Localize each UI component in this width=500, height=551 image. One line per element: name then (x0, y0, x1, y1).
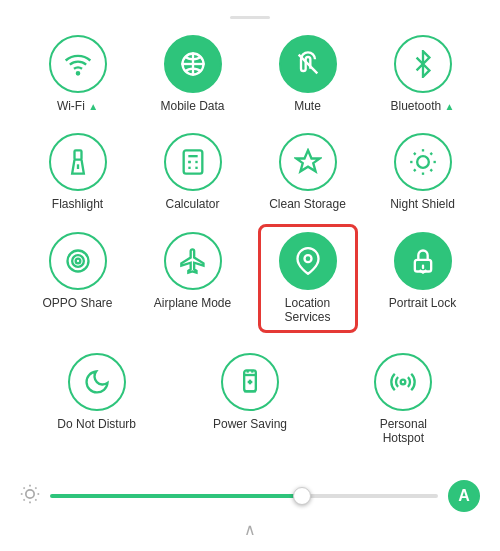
tile-airplane-mode[interactable]: Airplane Mode (143, 224, 243, 333)
quick-settings-panel: Wi-Fi ▲ Mobile Data (0, 0, 500, 470)
tiles-row-3: OPPO Share Airplane Mode Location Servic… (20, 224, 480, 333)
svg-line-17 (430, 170, 432, 172)
night-shield-label: Night Shield (390, 197, 455, 211)
flashlight-icon (64, 148, 92, 176)
svg-line-16 (413, 153, 415, 155)
chevron-row[interactable]: ∧ (20, 520, 480, 539)
tile-bluetooth[interactable]: Bluetooth ▲ (373, 27, 473, 121)
brightness-row[interactable]: A (20, 480, 480, 512)
tile-night-shield[interactable]: Night Shield (373, 125, 473, 219)
top-divider (230, 16, 270, 19)
avatar[interactable]: A (448, 480, 480, 512)
tile-do-not-disturb[interactable]: Do Not Disturb (47, 345, 147, 454)
wifi-arrow: ▲ (88, 101, 98, 112)
svg-point-0 (76, 72, 78, 74)
chevron-up-icon[interactable]: ∧ (244, 520, 256, 539)
tiles-row-4: Do Not Disturb Power Saving (20, 345, 480, 454)
wifi-label: Wi-Fi ▲ (57, 99, 98, 113)
location-services-label: Location Services (265, 296, 351, 325)
svg-line-41 (35, 487, 36, 488)
airplane-mode-icon-circle (164, 232, 222, 290)
svg-point-13 (417, 157, 429, 169)
tile-clean-storage[interactable]: Clean Storage (258, 125, 358, 219)
mobile-data-icon-circle (164, 35, 222, 93)
svg-line-37 (35, 499, 36, 500)
brightness-slider[interactable] (50, 494, 438, 498)
portrait-lock-icon (409, 247, 437, 275)
power-saving-icon-circle (221, 353, 279, 411)
brightness-icon (20, 484, 40, 509)
svg-rect-6 (183, 151, 202, 174)
avatar-letter: A (458, 487, 470, 505)
location-services-icon (294, 247, 322, 275)
oppo-share-icon-circle (49, 232, 107, 290)
tile-mute[interactable]: Mute (258, 27, 358, 121)
svg-point-25 (304, 255, 311, 262)
personal-hotspot-icon (389, 368, 417, 396)
svg-rect-4 (74, 151, 81, 160)
svg-line-20 (413, 170, 415, 172)
airplane-mode-label: Airplane Mode (154, 296, 231, 310)
tiles-row-1: Wi-Fi ▲ Mobile Data (20, 27, 480, 121)
svg-point-32 (401, 379, 406, 384)
do-not-disturb-icon (83, 368, 111, 396)
airplane-mode-icon (179, 247, 207, 275)
personal-hotspot-icon-circle (374, 353, 432, 411)
bluetooth-icon (409, 50, 437, 78)
flashlight-label: Flashlight (52, 197, 103, 211)
tile-wifi[interactable]: Wi-Fi ▲ (28, 27, 128, 121)
do-not-disturb-icon-circle (68, 353, 126, 411)
clean-storage-icon (294, 148, 322, 176)
svg-point-33 (26, 489, 34, 497)
tile-calculator[interactable]: Calculator (143, 125, 243, 219)
personal-hotspot-label: Personal Hotspot (357, 417, 449, 446)
mute-icon-circle (279, 35, 337, 93)
svg-point-22 (67, 250, 88, 271)
clean-storage-icon-circle (279, 133, 337, 191)
calculator-icon-circle (164, 133, 222, 191)
tile-flashlight[interactable]: Flashlight (28, 125, 128, 219)
bluetooth-arrow: ▲ (445, 101, 455, 112)
calculator-icon (179, 148, 207, 176)
mobile-data-label: Mobile Data (160, 99, 224, 113)
portrait-lock-icon-circle (394, 232, 452, 290)
brightness-thumb[interactable] (293, 487, 311, 505)
oppo-share-icon (64, 247, 92, 275)
clean-storage-label: Clean Storage (269, 197, 346, 211)
flashlight-icon-circle (49, 133, 107, 191)
svg-line-36 (24, 487, 25, 488)
tile-portrait-lock[interactable]: Portrait Lock (373, 224, 473, 333)
power-saving-icon (236, 368, 264, 396)
wifi-icon-circle (49, 35, 107, 93)
tile-power-saving[interactable]: Power Saving (200, 345, 300, 454)
tile-oppo-share[interactable]: OPPO Share (28, 224, 128, 333)
power-saving-label: Power Saving (213, 417, 287, 431)
tile-personal-hotspot[interactable]: Personal Hotspot (353, 345, 453, 454)
location-services-icon-circle (279, 232, 337, 290)
svg-point-23 (72, 255, 84, 267)
svg-line-21 (430, 153, 432, 155)
bottom-bar: A ∧ (0, 470, 500, 551)
portrait-lock-label: Portrait Lock (389, 296, 456, 310)
oppo-share-label: OPPO Share (42, 296, 112, 310)
wifi-icon (64, 50, 92, 78)
bluetooth-label: Bluetooth ▲ (391, 99, 455, 113)
calculator-label: Calculator (165, 197, 219, 211)
do-not-disturb-label: Do Not Disturb (57, 417, 136, 431)
night-shield-icon (409, 148, 437, 176)
tile-location-services[interactable]: Location Services (258, 224, 358, 333)
bluetooth-icon-circle (394, 35, 452, 93)
tile-mobile-data[interactable]: Mobile Data (143, 27, 243, 121)
night-shield-icon-circle (394, 133, 452, 191)
tiles-row-2: Flashlight Calculator (20, 125, 480, 219)
mute-label: Mute (294, 99, 321, 113)
mobile-data-icon (179, 50, 207, 78)
mute-icon (294, 50, 322, 78)
svg-point-24 (75, 258, 80, 263)
svg-line-40 (24, 499, 25, 500)
